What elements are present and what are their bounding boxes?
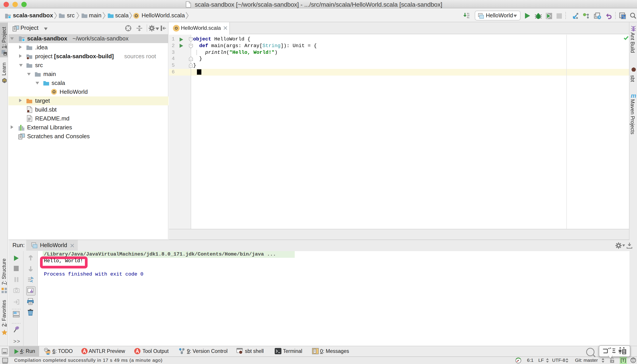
svg-text:01: 01 — [467, 16, 470, 19]
